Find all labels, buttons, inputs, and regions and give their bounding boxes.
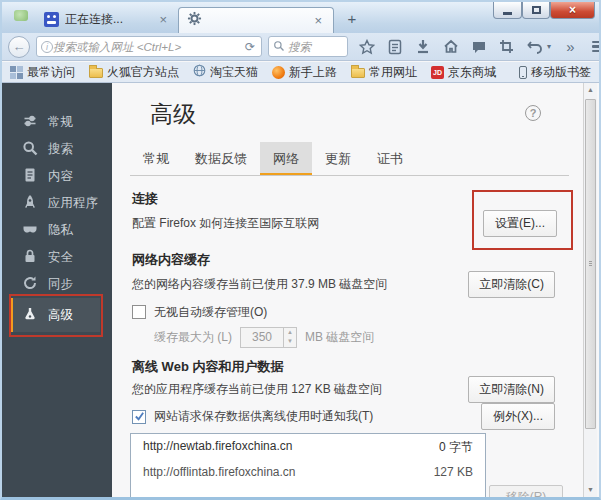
bookmark-jd[interactable]: JD 京东商城 xyxy=(431,64,496,81)
cache-clear-button[interactable]: 立即清除(C) xyxy=(468,271,555,298)
advanced-icon xyxy=(22,306,38,325)
folder-icon xyxy=(89,68,103,78)
preferences-main-pane: 高级 ? 常规 数据反馈 网络 更新 证书 连接 配置 Firefox 如何连接… xyxy=(112,83,583,497)
sidebar-item-applications[interactable]: 应用程序 xyxy=(2,190,112,217)
tab-general[interactable]: 常规 xyxy=(130,142,182,175)
downloads-icon[interactable] xyxy=(414,38,431,55)
sidebar-item-content[interactable]: 内容 xyxy=(2,163,112,190)
page-title: 高级 xyxy=(150,99,196,130)
cache-usage-text: 您的网络内容缓存当前已使用 37.9 MB 磁盘空间 xyxy=(132,276,468,293)
tab-close-icon[interactable]: × xyxy=(311,13,325,28)
site-url: http://offlintab.firefoxchina.cn xyxy=(143,465,296,479)
search-input[interactable] xyxy=(288,38,343,55)
mask-icon xyxy=(22,221,38,240)
scrollbar-thumb[interactable] xyxy=(585,99,596,429)
title-bar: 正在连接... × × + × xyxy=(2,2,599,33)
connection-settings-button[interactable]: 设置(E)... xyxy=(483,210,557,237)
scroll-down-arrow-icon[interactable]: ▼ xyxy=(584,483,597,497)
bookmark-getting-started[interactable]: 新手上路 xyxy=(272,64,337,81)
overflow-chevron-icon[interactable]: » xyxy=(562,38,579,55)
cache-limit-label: 缓存最大为 (L) xyxy=(154,329,232,346)
offline-exceptions-button[interactable]: 例外(X)... xyxy=(481,403,555,430)
lock-icon xyxy=(22,248,38,267)
cache-header: 网络内容缓存 xyxy=(132,251,583,269)
most-visited-icon xyxy=(10,66,23,79)
maximize-button[interactable] xyxy=(522,2,550,19)
document-icon xyxy=(22,167,38,186)
site-size: 0 字节 xyxy=(439,439,473,456)
toolbar-icons: ▾ » xyxy=(358,38,601,55)
minimize-button[interactable] xyxy=(493,2,522,19)
spinner-arrows[interactable]: ▲▼ xyxy=(283,328,296,347)
offline-usage-text: 您的应用程序缓存当前已使用 127 KB 磁盘空间 xyxy=(132,381,468,398)
sidebar-item-general[interactable]: 常规 xyxy=(2,109,112,136)
help-icon[interactable]: ? xyxy=(525,105,541,121)
search-bar[interactable] xyxy=(268,36,348,57)
menu-icon[interactable] xyxy=(590,38,601,55)
override-cache-checkbox[interactable] xyxy=(132,305,146,319)
mobile-bookmarks[interactable]: 移动版书签 xyxy=(519,64,591,81)
tab-title: 正在连接... xyxy=(65,11,150,28)
undo-dropdown-caret-icon[interactable]: ▾ xyxy=(547,42,551,51)
bookmark-star-icon[interactable] xyxy=(358,38,375,55)
navigation-toolbar: ← i ⟳ xyxy=(2,33,599,61)
site-url: http://newtab.firefoxchina.cn xyxy=(143,439,292,456)
tab-connecting[interactable]: 正在连接... × xyxy=(38,7,176,32)
sidebar-item-advanced[interactable]: 高级 xyxy=(10,298,100,332)
offline-site-row[interactable]: http://offlintab.firefoxchina.cn 127 KB xyxy=(131,460,485,483)
url-input[interactable] xyxy=(53,38,243,55)
general-icon xyxy=(22,113,38,132)
rocket-icon xyxy=(22,194,38,213)
undo-icon[interactable] xyxy=(526,38,543,55)
share-icon[interactable] xyxy=(498,38,515,55)
content-scrollbar[interactable]: ▲ ▼ xyxy=(583,83,597,497)
hello-chat-icon[interactable] xyxy=(470,38,487,55)
offline-notify-checkbox[interactable] xyxy=(132,410,146,424)
site-size: 127 KB xyxy=(434,465,473,479)
tab-preferences[interactable]: × xyxy=(178,7,334,33)
cache-limit-unit: MB 磁盘空间 xyxy=(305,329,374,346)
sidebar-item-search[interactable]: 搜索 xyxy=(2,136,112,163)
tab-network[interactable]: 网络 xyxy=(260,142,312,175)
home-icon[interactable] xyxy=(442,38,459,55)
close-button[interactable]: × xyxy=(550,2,595,19)
identity-icon[interactable]: i xyxy=(41,41,53,53)
firefox-icon xyxy=(272,66,285,79)
connection-description: 配置 Firefox 如何连接至国际互联网 xyxy=(132,215,483,232)
sidebar-item-privacy[interactable]: 隐私 xyxy=(2,217,112,244)
cache-limit-value[interactable]: 350 xyxy=(241,328,283,347)
bookmark-folder-common-sites[interactable]: 常用网址 xyxy=(351,64,417,81)
cache-limit-spinner[interactable]: 350 ▲▼ xyxy=(240,327,297,348)
offline-site-row[interactable]: http://newtab.firefoxchina.cn 0 字节 xyxy=(131,434,485,460)
browser-window: 正在连接... × × + × xyxy=(0,0,601,500)
bookmarks-bar: 最常访问 火狐官方站点 淘宝天猫 新手上路 常用网址 JD 京东商城 移动版书签 xyxy=(2,62,599,83)
scroll-up-arrow-icon[interactable]: ▲ xyxy=(584,83,597,97)
back-button[interactable]: ← xyxy=(8,36,30,58)
override-cache-label: 无视自动缓存管理(O) xyxy=(154,304,267,321)
tab-data-choices[interactable]: 数据反馈 xyxy=(182,142,260,175)
url-bar[interactable]: i ⟳ xyxy=(36,36,262,57)
window-controls: × xyxy=(493,2,595,19)
bookmark-taobao[interactable]: 淘宝天猫 xyxy=(193,64,258,81)
tab-certificates[interactable]: 证书 xyxy=(364,142,416,175)
advanced-tabstrip: 常规 数据反馈 网络 更新 证书 xyxy=(130,142,569,176)
tab-update[interactable]: 更新 xyxy=(312,142,364,175)
sidebar-item-sync[interactable]: 同步 xyxy=(2,271,112,298)
gear-favicon-icon xyxy=(187,11,202,30)
connection-header: 连接 xyxy=(132,190,583,208)
offline-sites-listbox[interactable]: http://newtab.firefoxchina.cn 0 字节 http:… xyxy=(130,433,486,497)
jd-icon: JD xyxy=(431,66,444,79)
bookmarks-menu-icon[interactable] xyxy=(386,38,403,55)
offline-clear-button[interactable]: 立即清除(N) xyxy=(468,376,555,403)
globe-icon xyxy=(193,64,206,80)
reload-icon[interactable]: ⟳ xyxy=(243,40,257,54)
remove-site-button[interactable]: 移除(R) xyxy=(489,485,563,497)
bookmark-most-visited[interactable]: 最常访问 xyxy=(10,64,75,81)
new-tab-button[interactable]: + xyxy=(340,10,364,29)
phone-icon xyxy=(519,66,527,79)
bookmark-folder-firefox-official[interactable]: 火狐官方站点 xyxy=(89,64,179,81)
sidebar-item-security[interactable]: 安全 xyxy=(2,244,112,271)
tab-close-icon[interactable]: × xyxy=(156,12,170,27)
search-icon xyxy=(273,38,285,56)
firefoxchina-favicon xyxy=(44,12,59,27)
